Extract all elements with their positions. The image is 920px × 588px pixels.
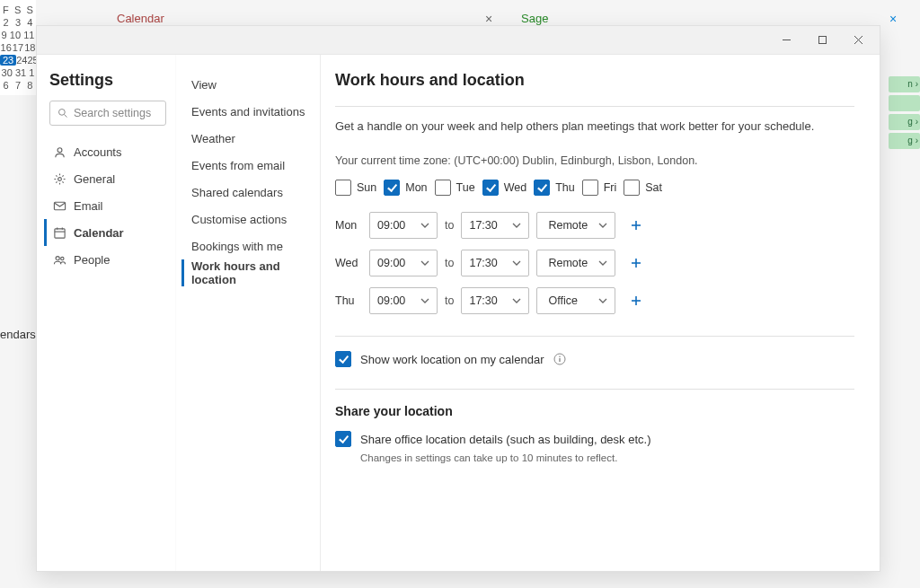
timezone-label: Your current time zone: (UTC+00:00) Dubl… <box>335 154 854 167</box>
day-checkbox-mon[interactable] <box>384 180 400 196</box>
subnav-item-work-hours-and-location[interactable]: Work hours and location <box>181 259 311 286</box>
nav-item-label: General <box>74 172 115 186</box>
share-details-checkbox[interactable] <box>335 431 351 447</box>
day-checkbox-sun[interactable] <box>335 180 351 196</box>
day-label: Wed <box>504 181 526 194</box>
subnav-item-customise-actions[interactable]: Customise actions <box>181 206 311 233</box>
subnav-item-weather[interactable]: Weather <box>181 125 311 152</box>
schedule-row-wed: Wed09:00to17:30Remote <box>335 250 854 276</box>
day-option-thu[interactable]: Thu <box>534 180 575 196</box>
chevron-down-icon <box>598 259 607 268</box>
nav-item-calendar[interactable]: Calendar <box>44 219 166 246</box>
svg-point-14 <box>60 257 63 259</box>
svg-line-5 <box>65 115 67 118</box>
schedule-row-thu: Thu09:00to17:30Office <box>335 287 854 314</box>
to-label: to <box>445 219 454 232</box>
svg-point-26 <box>559 356 561 358</box>
svg-point-6 <box>58 147 62 152</box>
nav-item-accounts[interactable]: Accounts <box>44 138 166 165</box>
location-dropdown[interactable]: Office <box>536 287 615 314</box>
nav-item-label: Email <box>74 199 103 213</box>
bg-tab-sage-close: × <box>889 12 897 26</box>
location-dropdown[interactable]: Remote <box>536 212 615 239</box>
subnav-item-events-and-invitations[interactable]: Events and invitations <box>181 98 311 125</box>
plus-icon <box>630 257 642 269</box>
settings-subnav: ViewEvents and invitationsWeatherEvents … <box>176 55 320 571</box>
page-heading: Work hours and location <box>335 71 854 90</box>
subnav-item-bookings-with-me[interactable]: Bookings with me <box>181 233 311 259</box>
day-checkbox-wed[interactable] <box>482 180 499 196</box>
start-time-dropdown[interactable]: 09:00 <box>369 287 438 314</box>
window-close-button[interactable] <box>840 26 876 55</box>
bg-text-endars: endars <box>0 328 36 341</box>
nav-item-label: People <box>74 253 110 267</box>
chevron-down-icon <box>420 296 429 305</box>
start-time-dropdown[interactable]: 09:00 <box>369 250 438 276</box>
day-option-sun[interactable]: Sun <box>335 180 376 196</box>
day-label: Sat <box>645 181 662 194</box>
chevron-down-icon <box>512 259 521 268</box>
day-option-mon[interactable]: Mon <box>384 180 427 196</box>
info-icon[interactable] <box>553 353 566 365</box>
to-label: to <box>445 294 454 307</box>
search-icon <box>58 108 68 118</box>
bg-right-chips: n ›g ›g › <box>889 76 920 152</box>
schedule-day-label: Thu <box>335 294 362 307</box>
schedule-day-label: Mon <box>335 219 362 232</box>
day-label: Mon <box>405 181 427 194</box>
add-schedule-button[interactable] <box>623 250 650 276</box>
share-location-heading: Share your location <box>335 404 854 418</box>
work-days-row: SunMonTueWedThuFriSat <box>335 180 854 196</box>
add-schedule-button[interactable] <box>623 212 650 239</box>
subnav-item-events-from-email[interactable]: Events from email <box>181 152 311 179</box>
day-label: Fri <box>604 181 617 194</box>
chevron-down-icon <box>598 221 607 230</box>
minimize-icon <box>782 35 792 45</box>
mail-icon <box>52 198 66 213</box>
day-checkbox-fri[interactable] <box>582 180 598 196</box>
day-label: Tue <box>456 181 475 194</box>
day-checkbox-tue[interactable] <box>435 180 451 196</box>
share-details-option[interactable]: Share office location details (such as b… <box>335 431 854 447</box>
end-time-dropdown[interactable]: 17:30 <box>461 287 529 314</box>
end-time-dropdown[interactable]: 17:30 <box>461 250 529 276</box>
schedule-day-label: Wed <box>335 257 362 269</box>
location-dropdown[interactable]: Remote <box>536 250 615 276</box>
search-settings-input[interactable] <box>74 107 158 119</box>
chevron-down-icon <box>420 221 429 230</box>
chevron-down-icon <box>512 221 521 230</box>
nav-item-people[interactable]: People <box>44 246 166 273</box>
window-titlebar <box>37 26 880 55</box>
add-schedule-button[interactable] <box>623 287 650 314</box>
schedule-row-mon: Mon09:00to17:30Remote <box>335 212 854 239</box>
subnav-item-shared-calendars[interactable]: Shared calendars <box>181 179 311 206</box>
day-option-fri[interactable]: Fri <box>582 180 617 196</box>
settings-dialog: Settings AccountsGeneralEmailCalendarPeo… <box>36 25 880 572</box>
show-location-option[interactable]: Show work location on my calendar <box>335 351 854 367</box>
chevron-down-icon <box>598 296 607 305</box>
window-maximize-button[interactable] <box>804 26 840 55</box>
nav-item-label: Accounts <box>74 145 121 159</box>
bg-tab-sage: Sage <box>521 12 548 25</box>
day-option-sat[interactable]: Sat <box>624 180 662 196</box>
day-option-tue[interactable]: Tue <box>435 180 475 196</box>
to-label: to <box>445 257 454 269</box>
people-icon <box>52 252 66 267</box>
day-checkbox-sat[interactable] <box>624 180 640 196</box>
search-settings-box[interactable] <box>49 101 166 126</box>
end-time-dropdown[interactable]: 17:30 <box>461 212 529 239</box>
nav-item-general[interactable]: General <box>44 165 166 192</box>
svg-rect-1 <box>818 37 826 44</box>
show-location-label: Show work location on my calendar <box>360 353 544 366</box>
start-time-dropdown[interactable]: 09:00 <box>369 212 438 239</box>
day-label: Sun <box>357 181 376 194</box>
nav-item-email[interactable]: Email <box>44 192 166 219</box>
window-minimize-button[interactable] <box>768 26 804 55</box>
subnav-item-view[interactable]: View <box>181 71 311 98</box>
chevron-down-icon <box>420 259 429 268</box>
day-option-wed[interactable]: Wed <box>482 180 526 196</box>
nav-item-label: Calendar <box>74 226 124 240</box>
plus-icon <box>630 219 642 232</box>
day-checkbox-thu[interactable] <box>534 180 550 196</box>
show-location-checkbox[interactable] <box>335 351 351 367</box>
